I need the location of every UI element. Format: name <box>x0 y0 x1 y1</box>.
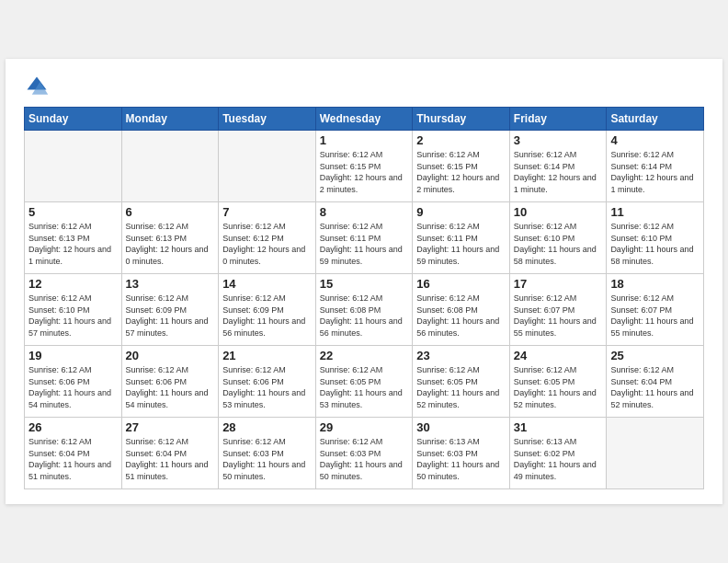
day-info: Sunrise: 6:12 AMSunset: 6:05 PMDaylight:… <box>320 364 409 410</box>
calendar-cell: 22Sunrise: 6:12 AMSunset: 6:05 PMDayligh… <box>315 346 413 418</box>
day-number: 22 <box>320 349 409 362</box>
weekday-header-saturday: Saturday <box>607 108 704 131</box>
calendar-cell: 1Sunrise: 6:12 AMSunset: 6:15 PMDaylight… <box>315 131 413 202</box>
day-info: Sunrise: 6:12 AMSunset: 6:10 PMDaylight:… <box>610 221 700 267</box>
day-number: 29 <box>320 420 409 434</box>
day-number: 21 <box>222 349 312 362</box>
day-info: Sunrise: 6:12 AMSunset: 6:14 PMDaylight:… <box>610 149 700 195</box>
day-number: 16 <box>416 277 506 291</box>
week-row-1: 5Sunrise: 6:12 AMSunset: 6:13 PMDaylight… <box>25 202 704 274</box>
weekday-header-wednesday: Wednesday <box>315 108 413 131</box>
day-number: 6 <box>126 205 215 219</box>
calendar-cell: 29Sunrise: 6:12 AMSunset: 6:03 PMDayligh… <box>315 418 413 489</box>
week-row-4: 26Sunrise: 6:12 AMSunset: 6:04 PMDayligh… <box>25 418 704 489</box>
day-number: 31 <box>514 420 603 434</box>
day-number: 25 <box>610 349 700 362</box>
day-info: Sunrise: 6:12 AMSunset: 6:06 PMDaylight:… <box>126 364 215 410</box>
calendar-cell: 9Sunrise: 6:12 AMSunset: 6:11 PMDaylight… <box>413 202 510 274</box>
day-info: Sunrise: 6:12 AMSunset: 6:06 PMDaylight:… <box>28 364 118 410</box>
calendar-cell: 20Sunrise: 6:12 AMSunset: 6:06 PMDayligh… <box>121 346 219 418</box>
day-number: 4 <box>610 133 700 147</box>
calendar-cell: 10Sunrise: 6:12 AMSunset: 6:10 PMDayligh… <box>509 202 607 274</box>
week-row-3: 19Sunrise: 6:12 AMSunset: 6:06 PMDayligh… <box>25 346 704 418</box>
day-info: Sunrise: 6:12 AMSunset: 6:06 PMDaylight:… <box>222 364 312 410</box>
day-info: Sunrise: 6:12 AMSunset: 6:08 PMDaylight:… <box>416 293 506 339</box>
calendar-table: SundayMondayTuesdayWednesdayThursdayFrid… <box>24 107 704 489</box>
weekday-header-sunday: Sunday <box>25 108 122 131</box>
day-info: Sunrise: 6:12 AMSunset: 6:11 PMDaylight:… <box>416 221 506 267</box>
calendar-cell: 24Sunrise: 6:12 AMSunset: 6:05 PMDayligh… <box>509 346 607 418</box>
day-info: Sunrise: 6:12 AMSunset: 6:13 PMDaylight:… <box>28 221 118 267</box>
calendar-cell: 4Sunrise: 6:12 AMSunset: 6:14 PMDaylight… <box>607 131 704 202</box>
calendar-cell: 21Sunrise: 6:12 AMSunset: 6:06 PMDayligh… <box>219 346 316 418</box>
day-number: 23 <box>416 349 506 362</box>
day-number: 18 <box>610 277 700 291</box>
calendar-cell: 23Sunrise: 6:12 AMSunset: 6:05 PMDayligh… <box>413 346 510 418</box>
day-info: Sunrise: 6:12 AMSunset: 6:07 PMDaylight:… <box>610 293 700 339</box>
day-number: 14 <box>222 277 312 291</box>
day-info: Sunrise: 6:12 AMSunset: 6:11 PMDaylight:… <box>320 221 409 267</box>
logo <box>24 74 53 99</box>
day-number: 17 <box>514 277 603 291</box>
calendar-cell: 14Sunrise: 6:12 AMSunset: 6:09 PMDayligh… <box>219 274 316 346</box>
day-info: Sunrise: 6:12 AMSunset: 6:03 PMDaylight:… <box>222 436 312 482</box>
calendar-cell: 5Sunrise: 6:12 AMSunset: 6:13 PMDaylight… <box>25 202 122 274</box>
calendar-cell: 31Sunrise: 6:13 AMSunset: 6:02 PMDayligh… <box>509 418 607 489</box>
calendar-cell: 25Sunrise: 6:12 AMSunset: 6:04 PMDayligh… <box>607 346 704 418</box>
weekday-header-friday: Friday <box>509 108 607 131</box>
weekday-header-tuesday: Tuesday <box>219 108 316 131</box>
calendar-container: SundayMondayTuesdayWednesdayThursdayFrid… <box>6 59 722 504</box>
calendar-cell: 18Sunrise: 6:12 AMSunset: 6:07 PMDayligh… <box>607 274 704 346</box>
calendar-cell: 13Sunrise: 6:12 AMSunset: 6:09 PMDayligh… <box>121 274 219 346</box>
day-number: 11 <box>610 205 700 219</box>
calendar-cell: 16Sunrise: 6:12 AMSunset: 6:08 PMDayligh… <box>413 274 510 346</box>
calendar-cell: 17Sunrise: 6:12 AMSunset: 6:07 PMDayligh… <box>509 274 607 346</box>
day-info: Sunrise: 6:12 AMSunset: 6:13 PMDaylight:… <box>126 221 215 267</box>
weekday-header-row: SundayMondayTuesdayWednesdayThursdayFrid… <box>25 108 704 131</box>
day-info: Sunrise: 6:12 AMSunset: 6:04 PMDaylight:… <box>126 436 215 482</box>
day-info: Sunrise: 6:13 AMSunset: 6:02 PMDaylight:… <box>514 436 603 482</box>
calendar-cell: 19Sunrise: 6:12 AMSunset: 6:06 PMDayligh… <box>25 346 122 418</box>
day-number: 7 <box>222 205 312 219</box>
day-info: Sunrise: 6:12 AMSunset: 6:09 PMDaylight:… <box>126 293 215 339</box>
day-info: Sunrise: 6:12 AMSunset: 6:04 PMDaylight:… <box>610 364 700 410</box>
day-info: Sunrise: 6:12 AMSunset: 6:07 PMDaylight:… <box>514 293 603 339</box>
day-number: 12 <box>28 277 118 291</box>
calendar-cell: 6Sunrise: 6:12 AMSunset: 6:13 PMDaylight… <box>121 202 219 274</box>
calendar-cell <box>219 131 316 202</box>
day-number: 20 <box>126 349 215 362</box>
calendar-cell <box>25 131 122 202</box>
week-row-0: 1Sunrise: 6:12 AMSunset: 6:15 PMDaylight… <box>25 131 704 202</box>
day-info: Sunrise: 6:12 AMSunset: 6:03 PMDaylight:… <box>320 436 409 482</box>
day-info: Sunrise: 6:12 AMSunset: 6:04 PMDaylight:… <box>28 436 118 482</box>
day-number: 26 <box>28 420 118 434</box>
day-info: Sunrise: 6:12 AMSunset: 6:05 PMDaylight:… <box>416 364 506 410</box>
day-info: Sunrise: 6:12 AMSunset: 6:09 PMDaylight:… <box>222 293 312 339</box>
weekday-header-monday: Monday <box>121 108 219 131</box>
day-number: 28 <box>222 420 312 434</box>
logo-icon <box>24 74 50 99</box>
calendar-cell <box>607 418 704 489</box>
day-number: 3 <box>514 133 603 147</box>
day-info: Sunrise: 6:12 AMSunset: 6:15 PMDaylight:… <box>416 149 506 195</box>
calendar-cell: 15Sunrise: 6:12 AMSunset: 6:08 PMDayligh… <box>315 274 413 346</box>
day-number: 19 <box>28 349 118 362</box>
calendar-cell: 27Sunrise: 6:12 AMSunset: 6:04 PMDayligh… <box>121 418 219 489</box>
calendar-cell: 30Sunrise: 6:13 AMSunset: 6:03 PMDayligh… <box>413 418 510 489</box>
calendar-cell: 26Sunrise: 6:12 AMSunset: 6:04 PMDayligh… <box>25 418 122 489</box>
day-number: 30 <box>416 420 506 434</box>
day-number: 13 <box>126 277 215 291</box>
day-number: 10 <box>514 205 603 219</box>
day-info: Sunrise: 6:12 AMSunset: 6:12 PMDaylight:… <box>222 221 312 267</box>
week-row-2: 12Sunrise: 6:12 AMSunset: 6:10 PMDayligh… <box>25 274 704 346</box>
calendar-cell: 11Sunrise: 6:12 AMSunset: 6:10 PMDayligh… <box>607 202 704 274</box>
calendar-cell: 12Sunrise: 6:12 AMSunset: 6:10 PMDayligh… <box>25 274 122 346</box>
day-number: 8 <box>320 205 409 219</box>
calendar-cell: 7Sunrise: 6:12 AMSunset: 6:12 PMDaylight… <box>219 202 316 274</box>
day-info: Sunrise: 6:12 AMSunset: 6:15 PMDaylight:… <box>320 149 409 195</box>
day-info: Sunrise: 6:13 AMSunset: 6:03 PMDaylight:… <box>416 436 506 482</box>
day-number: 5 <box>28 205 118 219</box>
day-number: 9 <box>416 205 506 219</box>
day-info: Sunrise: 6:12 AMSunset: 6:10 PMDaylight:… <box>514 221 603 267</box>
day-info: Sunrise: 6:12 AMSunset: 6:08 PMDaylight:… <box>320 293 409 339</box>
